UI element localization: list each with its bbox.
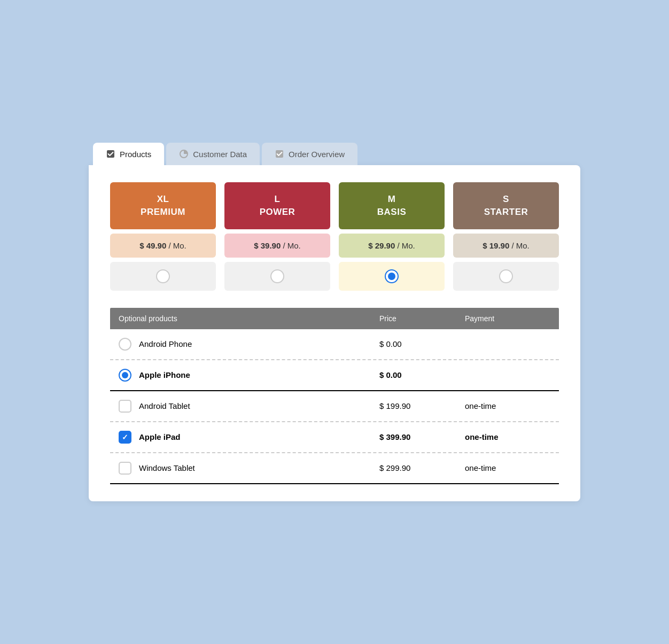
plan-name: PREMIUM	[116, 206, 209, 219]
optional-products-table: Optional productsPricePayment Android Ph…	[110, 308, 559, 484]
checkbox-icon	[106, 149, 115, 159]
tab-label: Products	[120, 150, 151, 159]
pie-chart-icon	[179, 149, 189, 159]
product-name-apple-ipad: Apple iPad	[139, 432, 181, 441]
plans-grid: XL PREMIUM $ 49.90 / Mo. L POWER $ 39.90…	[110, 182, 559, 291]
plan-name: STARTER	[460, 206, 553, 219]
radio-apple-iphone[interactable]	[119, 369, 131, 382]
radio-android-phone[interactable]	[119, 338, 131, 351]
plan-col-s: S STARTER $ 19.90 / Mo.	[453, 182, 559, 291]
tab-label: Customer Data	[193, 150, 247, 159]
product-row-windows-tablet: Windows Tablet $ 299.90 one-time	[110, 453, 559, 484]
product-name-windows-tablet: Windows Tablet	[139, 463, 195, 472]
table-header-2: Payment	[465, 314, 550, 323]
product-price-apple-iphone: $ 0.00	[379, 370, 465, 379]
checkbox-apple-ipad[interactable]: ✓	[119, 431, 131, 444]
plan-col-xl: XL PREMIUM $ 49.90 / Mo.	[110, 182, 216, 291]
plan-radio-cell-s[interactable]	[453, 262, 559, 291]
plan-radio-l[interactable]	[270, 269, 284, 283]
product-price-apple-ipad: $ 399.90	[379, 432, 465, 441]
product-payment-windows-tablet: one-time	[465, 463, 550, 472]
plan-price-m: $ 29.90 / Mo.	[339, 234, 445, 258]
product-row-android-tablet: Android Tablet $ 199.90 one-time	[110, 391, 559, 422]
plan-size: M	[345, 193, 438, 206]
plan-col-m: M BASIS $ 29.90 / Mo.	[339, 182, 445, 291]
product-payment-android-tablet: one-time	[465, 401, 550, 410]
app-container: Products Customer Data Order Overview XL…	[89, 143, 580, 501]
plan-radio-cell-m[interactable]	[339, 262, 445, 291]
tab-order-overview[interactable]: Order Overview	[262, 143, 357, 165]
product-row-apple-ipad: ✓ Apple iPad $ 399.90 one-time	[110, 422, 559, 453]
tab-label: Order Overview	[289, 150, 345, 159]
plan-radio-cell-xl[interactable]	[110, 262, 216, 291]
product-name-cell-android-tablet: Android Tablet	[119, 400, 379, 413]
product-rows: Android Phone $ 0.00 Apple iPhone $ 0.00…	[110, 329, 559, 484]
plan-radio-m[interactable]	[385, 269, 399, 283]
table-header-1: Price	[379, 314, 465, 323]
plan-header-l: L POWER	[224, 182, 330, 229]
plan-radio-s[interactable]	[499, 269, 513, 283]
tab-products[interactable]: Products	[93, 143, 164, 165]
product-row-apple-iphone: Apple iPhone $ 0.00	[110, 360, 559, 391]
plan-price-l: $ 39.90 / Mo.	[224, 234, 330, 258]
product-name-cell-apple-iphone: Apple iPhone	[119, 369, 379, 382]
plan-size: S	[460, 193, 553, 206]
product-name-apple-iphone: Apple iPhone	[139, 370, 190, 379]
plan-radio-xl[interactable]	[156, 269, 170, 283]
plan-name: POWER	[231, 206, 324, 219]
plan-radio-cell-l[interactable]	[224, 262, 330, 291]
checkbox-windows-tablet[interactable]	[119, 462, 131, 475]
plan-size: L	[231, 193, 324, 206]
plan-col-l: L POWER $ 39.90 / Mo.	[224, 182, 330, 291]
product-name-android-phone: Android Phone	[139, 339, 192, 348]
product-payment-apple-ipad: one-time	[465, 432, 550, 441]
plan-size: XL	[116, 193, 209, 206]
main-card: XL PREMIUM $ 49.90 / Mo. L POWER $ 39.90…	[89, 165, 580, 501]
product-name-cell-android-phone: Android Phone	[119, 338, 379, 351]
product-price-android-phone: $ 0.00	[379, 339, 465, 348]
product-name-cell-apple-ipad: ✓ Apple iPad	[119, 431, 379, 444]
plan-header-s: S STARTER	[453, 182, 559, 229]
plan-header-xl: XL PREMIUM	[110, 182, 216, 229]
table-header-0: Optional products	[119, 314, 379, 323]
plan-price-xl: $ 49.90 / Mo.	[110, 234, 216, 258]
tab-bar: Products Customer Data Order Overview	[89, 143, 580, 165]
product-price-android-tablet: $ 199.90	[379, 401, 465, 410]
tab-customer-data[interactable]: Customer Data	[166, 143, 260, 165]
plan-price-s: $ 19.90 / Mo.	[453, 234, 559, 258]
product-name-android-tablet: Android Tablet	[139, 401, 190, 410]
plan-header-m: M BASIS	[339, 182, 445, 229]
product-name-cell-windows-tablet: Windows Tablet	[119, 462, 379, 475]
product-row-android-phone: Android Phone $ 0.00	[110, 329, 559, 360]
checkbox-icon	[275, 149, 284, 159]
plan-name: BASIS	[345, 206, 438, 219]
checkbox-android-tablet[interactable]	[119, 400, 131, 413]
table-header: Optional productsPricePayment	[110, 308, 559, 329]
product-price-windows-tablet: $ 299.90	[379, 463, 465, 472]
